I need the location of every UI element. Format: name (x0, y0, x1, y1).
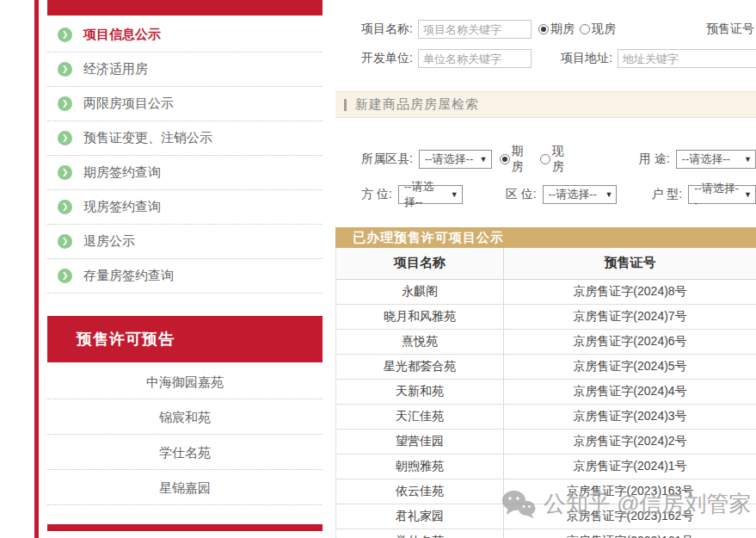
sidebar-menu-item[interactable]: ❯ 两限房项目公示 (47, 87, 323, 121)
sidebar-item-label: 经济适用房 (83, 61, 148, 77)
arrow-circle-icon: ❯ (58, 131, 72, 145)
sidebar-item-label: 两限房项目公示 (83, 96, 174, 112)
sidebar-menu-item[interactable]: ❯ 期房签约查询 (47, 156, 323, 190)
arrow-circle-icon: ❯ (58, 269, 72, 283)
filter-existing-radio[interactable] (540, 154, 550, 164)
sidebar-item-label: 期房签约查询 (83, 164, 161, 181)
project-name-cell[interactable]: 星光都荟合苑 (336, 354, 504, 379)
chevron-down-icon: ▼ (451, 190, 458, 199)
filter-existing-radio-label: 现房 (552, 144, 575, 175)
presale-cert-cell: 京房售证字(2024)7号 (504, 304, 756, 329)
sidebar-menu-item[interactable]: ❯ 经济适用房 (47, 53, 323, 87)
sidebar-menu-item[interactable]: ❯ 现房签约查询 (47, 190, 323, 225)
presale-cert-label: 预售证号 (706, 22, 754, 37)
filter-row-2: 方 位: --请选择-- ▼ 区 位: --请选择-- ▼ 户 型: --请选择… (335, 185, 756, 204)
existing-radio-label: 现房 (592, 22, 616, 37)
section-header: 新建商品房房屋检索 (335, 91, 756, 118)
table-row: 朝煦雅苑 京房售证字(2024)1号 (336, 454, 756, 479)
presale-cert-cell: 京房售证字(2023)161号 (504, 529, 756, 538)
project-name-cell[interactable]: 望营佳园 (336, 429, 504, 454)
presale-table: 项目名称 预售证号 永麒阁 京房售证字(2024)8号 晓月和风雅苑 京房售证字… (335, 248, 756, 538)
presale-cert-cell: 京房售证字(2024)8号 (504, 279, 756, 304)
project-name-cell[interactable]: 晓月和风雅苑 (336, 304, 504, 329)
sidebar-item-label: 存量房签约查询 (83, 268, 174, 284)
sidebar-menu-item[interactable]: ❯ 存量房签约查询 (47, 259, 323, 294)
presale-cert-cell: 京房售证字(2024)6号 (504, 329, 756, 354)
futures-radio-label: 期房 (550, 22, 575, 37)
location-select[interactable]: --请选择-- ▼ (543, 185, 618, 204)
arrow-circle-icon: ❯ (58, 96, 72, 111)
presale-cert-cell: 京房售证字(2024)2号 (504, 429, 756, 454)
project-name-input[interactable] (418, 20, 532, 39)
project-name-label: 项目名称: (361, 22, 413, 37)
table-row: 星光都荟合苑 京房售证字(2024)5号 (336, 354, 756, 379)
sidebar-item-label: 预售证变更、注销公示 (83, 130, 212, 146)
project-name-cell[interactable]: 君礼家园 (336, 504, 504, 529)
address-input[interactable] (618, 49, 756, 68)
direction-select[interactable]: --请选择-- ▼ (398, 185, 463, 204)
direction-select-value: --请选择-- (404, 179, 446, 210)
section-title: 新建商品房房屋检索 (355, 96, 479, 113)
table-row: 天新和苑 京房售证字(2024)4号 (336, 379, 756, 404)
location-label: 区 位: (506, 187, 537, 202)
arrow-circle-icon: ❯ (58, 234, 72, 249)
presale-cert-cell: 京房售证字(2023)163号 (504, 479, 756, 504)
sidebar-menu-item[interactable]: ❯ 退房公示 (47, 225, 323, 259)
direction-label: 方 位: (361, 187, 392, 202)
housetype-select[interactable]: --请选择-- ▼ (688, 185, 756, 204)
table-row: 熹悦苑 京房售证字(2024)6号 (336, 329, 756, 354)
district-select[interactable]: --请选择-- ▼ (419, 150, 492, 169)
location-select-value: --请选择-- (549, 187, 597, 202)
arrow-circle-icon: ❯ (58, 62, 72, 77)
section-tick-icon (344, 99, 347, 111)
sidebar-item-label: 现房签约查询 (83, 199, 161, 215)
presale-cert-cell: 京房售证字(2024)4号 (504, 379, 756, 404)
sidebar-menu-item[interactable]: ❯ 预售证变更、注销公示 (47, 121, 323, 156)
sidebar: ❯ 项目信息公示 ❯ 经济适用房 ❯ 两限房项目公示 ❯ 预售证变更、注销公示 … (47, 0, 323, 531)
filter-futures-radio[interactable] (500, 154, 510, 164)
house-type-radio-group: 期房 现房 (538, 22, 621, 37)
presale-project-list: 中海御园嘉苑 锦宸和苑 学仕名苑 星锦嘉园 (47, 362, 323, 505)
project-name-cell[interactable]: 天新和苑 (336, 379, 504, 404)
presale-project-link[interactable]: 锦宸和苑 (47, 399, 323, 435)
sidebar-menu-item[interactable]: ❯ 项目信息公示 (47, 18, 323, 53)
left-red-strip (34, 0, 39, 538)
usage-select[interactable]: --请选择-- ▼ (676, 150, 756, 169)
project-name-cell[interactable]: 永麒阁 (336, 279, 504, 304)
existing-radio[interactable] (580, 24, 590, 34)
project-name-cell[interactable]: 天汇佳苑 (336, 404, 504, 429)
project-name-cell[interactable]: 朝煦雅苑 (336, 454, 504, 479)
chevron-down-icon: ▼ (480, 155, 488, 164)
district-select-value: --请选择-- (425, 152, 473, 167)
arrow-circle-icon: ❯ (58, 200, 72, 214)
presale-notice-header: 预售许可预告 (47, 316, 323, 362)
table-row: 天汇佳苑 京房售证字(2024)3号 (336, 404, 756, 429)
presale-project-link[interactable]: 中海御园嘉苑 (47, 364, 323, 399)
presale-cert-cell: 京房售证字(2024)1号 (504, 454, 756, 479)
sidebar-menu: ❯ 项目信息公示 ❯ 经济适用房 ❯ 两限房项目公示 ❯ 预售证变更、注销公示 … (47, 15, 323, 294)
sidebar-header-bar (47, 0, 323, 15)
table-row: 永麒阁 京房售证字(2024)8号 (336, 279, 756, 304)
presale-project-link[interactable]: 星锦嘉园 (47, 470, 323, 505)
search-form-row-1: 项目名称: 期房 现房 预售证号 (335, 20, 756, 39)
table-title-bar: 已办理预售许可项目公示 (335, 227, 756, 248)
col-header-project-name: 项目名称 (336, 248, 504, 279)
filter-futures-radio-label: 期房 (512, 144, 535, 175)
arrow-circle-icon: ❯ (58, 28, 72, 42)
table-row: 晓月和风雅苑 京房售证字(2024)7号 (336, 304, 756, 329)
sidebar-bottom-bar (47, 524, 323, 531)
presale-project-link[interactable]: 学仕名苑 (47, 435, 323, 470)
project-name-cell[interactable]: 熹悦苑 (336, 329, 504, 354)
col-header-cert-number: 预售证号 (504, 248, 756, 279)
futures-radio[interactable] (538, 24, 549, 34)
filter-house-type-radio-group: 期房 现房 (500, 144, 581, 175)
project-name-cell[interactable]: 依云佳苑 (336, 479, 504, 504)
presale-table-body: 永麒阁 京房售证字(2024)8号 晓月和风雅苑 京房售证字(2024)7号 熹… (336, 279, 756, 538)
housetype-select-value: --请选择-- (694, 181, 739, 209)
sidebar-item-label: 项目信息公示 (83, 27, 161, 43)
district-label: 所属区县: (361, 152, 413, 167)
developer-input[interactable] (418, 49, 532, 68)
project-name-cell[interactable]: 学仕名苑 (336, 529, 504, 538)
table-row: 望营佳园 京房售证字(2024)2号 (336, 429, 756, 454)
chevron-down-icon: ▼ (744, 155, 752, 164)
